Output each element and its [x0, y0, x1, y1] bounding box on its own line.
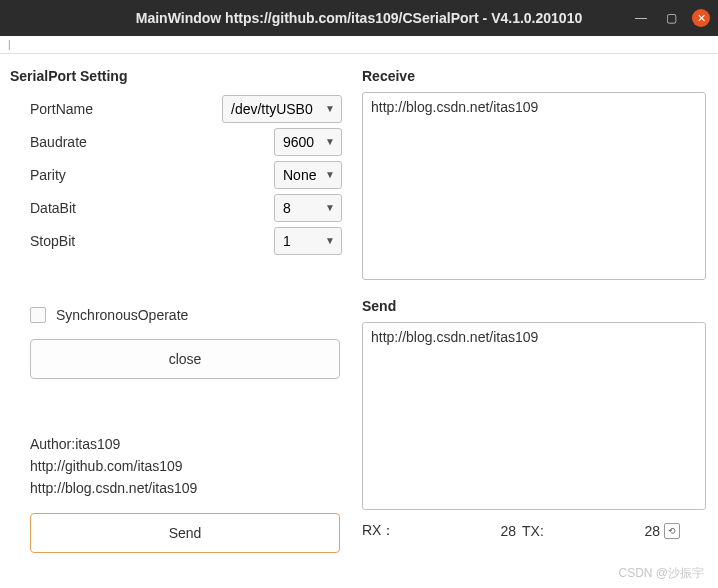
close-button[interactable]: close: [30, 339, 340, 379]
baudrate-row: Baudrate 9600 ▼: [30, 125, 342, 158]
minimize-icon[interactable]: —: [632, 9, 650, 27]
parity-row: Parity None ▼: [30, 158, 342, 191]
send-textarea[interactable]: http://blog.csdn.net/itas109: [362, 322, 706, 510]
status-row: RX： 28 TX: 28 ⟲: [362, 522, 706, 540]
baudrate-combo[interactable]: 9600 ▼: [274, 128, 342, 156]
settings-heading: SerialPort Setting: [10, 68, 342, 84]
blog-link[interactable]: http://blog.csdn.net/itas109: [30, 477, 342, 499]
titlebar: MainWindow https://github.com/itas109/CS…: [0, 0, 718, 36]
info-block: Author:itas109 http://github.com/itas109…: [30, 433, 342, 499]
chevron-down-icon: ▼: [325, 202, 335, 213]
sync-row: SynchronousOperate: [30, 307, 342, 323]
receive-textarea[interactable]: http://blog.csdn.net/itas109: [362, 92, 706, 280]
baudrate-value: 9600: [283, 134, 314, 150]
tx-label: TX:: [522, 523, 544, 539]
rx-label: RX：: [362, 522, 395, 540]
baudrate-label: Baudrate: [30, 134, 274, 150]
window-title: MainWindow https://github.com/itas109/CS…: [136, 10, 582, 26]
reset-icon[interactable]: ⟲: [664, 523, 680, 539]
parity-value: None: [283, 167, 316, 183]
tx-value: 28: [644, 523, 660, 539]
send-heading: Send: [362, 298, 706, 314]
databit-row: DataBit 8 ▼: [30, 191, 342, 224]
chevron-down-icon: ▼: [325, 169, 335, 180]
sync-checkbox[interactable]: [30, 307, 46, 323]
stopbit-combo[interactable]: 1 ▼: [274, 227, 342, 255]
chevron-down-icon: ▼: [325, 136, 335, 147]
github-link[interactable]: http://github.com/itas109: [30, 455, 342, 477]
databit-combo[interactable]: 8 ▼: [274, 194, 342, 222]
watermark: CSDN @沙振宇: [618, 565, 704, 582]
sync-label: SynchronousOperate: [56, 307, 188, 323]
chevron-down-icon: ▼: [325, 103, 335, 114]
menubar-stub: |: [0, 36, 718, 54]
rx-value: 28: [500, 523, 516, 539]
portname-row: PortName /dev/ttyUSB0 ▼: [30, 92, 342, 125]
portname-label: PortName: [30, 101, 222, 117]
databit-label: DataBit: [30, 200, 274, 216]
send-button[interactable]: Send: [30, 513, 340, 553]
maximize-icon[interactable]: ▢: [662, 9, 680, 27]
parity-combo[interactable]: None ▼: [274, 161, 342, 189]
stopbit-label: StopBit: [30, 233, 274, 249]
portname-combo[interactable]: /dev/ttyUSB0 ▼: [222, 95, 342, 123]
window-controls: — ▢ ✕: [632, 9, 710, 27]
stopbit-value: 1: [283, 233, 291, 249]
author-text: Author:itas109: [30, 433, 342, 455]
chevron-down-icon: ▼: [325, 235, 335, 246]
close-icon[interactable]: ✕: [692, 9, 710, 27]
parity-label: Parity: [30, 167, 274, 183]
databit-value: 8: [283, 200, 291, 216]
portname-value: /dev/ttyUSB0: [231, 101, 313, 117]
receive-content: http://blog.csdn.net/itas109: [371, 99, 538, 115]
receive-heading: Receive: [362, 68, 706, 84]
stopbit-row: StopBit 1 ▼: [30, 224, 342, 257]
send-content: http://blog.csdn.net/itas109: [371, 329, 538, 345]
